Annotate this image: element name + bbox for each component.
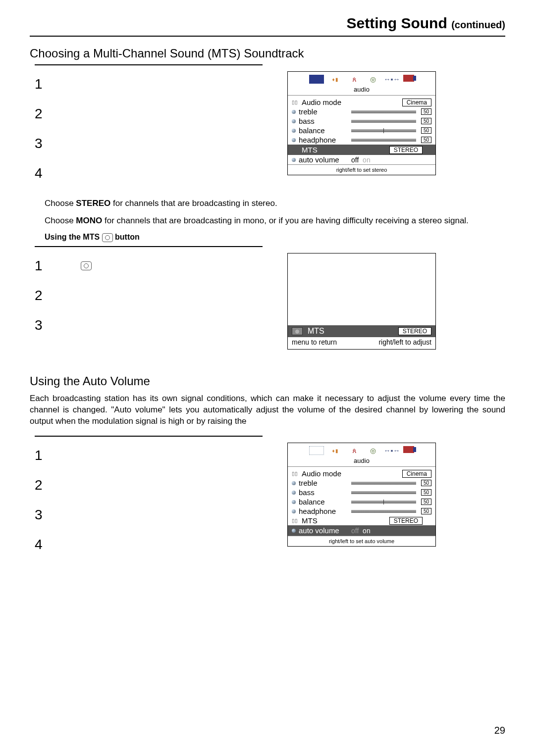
bass-slider [351,120,416,123]
row-mts: ▯▯ MTS STEREO [292,516,431,525]
audio-mode-value: Cinema [402,99,431,106]
auto-volume-description: Each broadcasting station has its own si… [30,393,505,427]
mts-value: STEREO [389,146,423,154]
osd-title: audio [288,456,435,467]
speaker-icon: ▯▯ [292,518,299,523]
row-mts-highlighted: ◎ MTS STEREO [288,325,435,337]
bullet-icon [292,509,296,513]
row-auto-volume-highlighted: auto volume off on [288,525,435,536]
mts-note-mono: Choose MONO for channels that are broadc… [45,215,505,227]
row-mts-highlighted: ▯▯ MTS STEREO [288,145,435,155]
row-bass: bass 50 [292,116,431,126]
signal-icon: ጰ [347,75,362,84]
balance-slider [351,129,416,132]
step-3: 3 [35,136,277,151]
signal-icon: ጰ [347,446,362,455]
step-4: 4 [35,537,277,553]
bullet-icon [292,529,296,533]
bullet-icon [292,158,296,162]
bullet-icon [292,481,296,485]
thumb-icon: ◎ [292,327,303,335]
row-audio-mode: ▯▯ Audio mode Cinema [292,469,431,478]
step-1: 1 [35,76,277,92]
step-3: 3 [35,507,277,523]
mts-value: STEREO [398,327,431,335]
divider [35,436,263,437]
screen-icon [403,446,414,453]
step-2: 2 [35,106,277,122]
osd-icon-bar: ♦▮ ጰ ◎ ↔▪↔ [288,72,435,85]
headphone-slider [351,139,416,142]
mts-btn-steps: 1 2 3 [30,253,277,347]
divider [35,246,263,247]
balance-slider [351,501,416,504]
screen-icon [403,75,414,82]
header-title: Setting Sound [346,15,447,31]
divider [35,64,263,65]
mts-note-stereo: Choose STEREO for channels that are broa… [45,198,505,209]
bullet-icon [292,500,296,504]
equalizer-icon: ♦▮ [328,446,343,455]
auto-volume-steps: 1 2 3 4 [30,443,277,566]
bass-slider [351,491,416,494]
step-2: 2 [35,288,277,303]
speaker-icon: ▯▯ [292,147,299,152]
tv-icon [309,75,324,84]
bullet-icon [292,129,296,133]
row-bass: bass 50 [292,488,431,497]
osd-audio-autovolume: ♦▮ ጰ ◎ ↔▪↔ audio ▯▯ Audio mode Cinema tr… [287,443,436,547]
row-headphone: headphone 50 [292,506,431,516]
treble-slider [351,482,416,485]
row-treble: treble 50 [292,107,431,116]
osd-mts-oneline: ◎ MTS STEREO menu to return right/left t… [287,253,436,350]
step-4: 4 [35,165,277,181]
row-audio-mode: ▯▯ Audio mode Cinema [292,98,431,107]
move-icon: ↔▪↔ [384,75,399,84]
bullet-icon [292,110,296,114]
step-2: 2 [35,477,277,493]
bullet-icon [292,138,296,142]
move-icon: ↔▪↔ [384,446,399,455]
mts-button-icon [102,233,113,242]
speaker-icon: ▯▯ [292,100,299,105]
section-auto-volume-heading: Using the Auto Volume [30,374,505,388]
audio-mode-value: Cinema [402,470,431,478]
page-number: 29 [494,725,505,736]
osd-footer: right/left to set stereo [288,164,435,175]
section-mts-heading: Choosing a Multi-Channel Sound (MTS) Sou… [30,47,505,60]
equalizer-icon: ♦▮ [328,75,343,84]
row-treble: treble 50 [292,478,431,488]
bullet-icon [292,119,296,123]
target-icon: ◎ [366,446,380,455]
mts-button-heading: Using the MTS button [45,233,505,242]
row-balance: balance 50 [292,126,431,135]
mts-steps: 1 2 3 4 [30,71,277,195]
osd-audio-mts: ♦▮ ጰ ◎ ↔▪↔ audio ▯▯ Audio mode Cinema tr… [287,71,436,175]
target-icon: ◎ [366,75,380,84]
bullet-icon [292,491,296,495]
step-3: 3 [35,317,277,333]
row-balance: balance 50 [292,497,431,506]
mts-button-icon [81,261,92,270]
mts-value: STEREO [389,517,423,525]
step-1: 1 [35,448,277,463]
osd-icon-bar: ♦▮ ጰ ◎ ↔▪↔ [288,443,435,456]
osd-title: audio [288,85,435,96]
headphone-slider [351,510,416,513]
speaker-icon: ▯▯ [292,471,299,476]
treble-slider [351,110,416,113]
tv-icon [309,446,324,455]
osd-footer: menu to return right/left to adjust [288,337,435,349]
row-headphone: headphone 50 [292,135,431,145]
header-continued: (continued) [451,19,505,30]
row-auto-volume: auto volume off on [292,155,431,164]
step-1: 1 [35,258,277,274]
page-header: Setting Sound (continued) [30,15,505,37]
osd-footer: right/left to set auto volume [288,536,435,546]
